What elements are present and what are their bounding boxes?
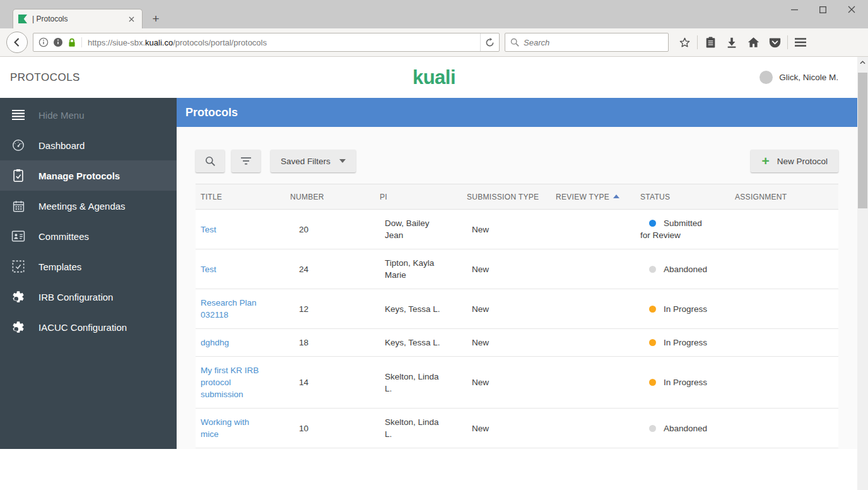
column-header-pi[interactable]: PI <box>375 184 462 210</box>
scrollbar-up-icon[interactable] <box>857 57 868 68</box>
cell-review-type <box>551 249 635 289</box>
column-header-number[interactable]: NUMBER <box>285 184 375 210</box>
cell-status: In Progress <box>635 289 730 329</box>
cell-assignment <box>730 409 838 448</box>
cell-number: 14 <box>285 357 375 409</box>
sidebar-item-templates[interactable]: Templates <box>0 251 177 282</box>
new-tab-button[interactable]: + <box>148 12 164 26</box>
reload-icon[interactable] <box>480 33 499 51</box>
navigation-toolbar: https://siue-sbx.kuali.co/protocols/port… <box>0 28 868 57</box>
scrollbar-thumb[interactable] <box>858 73 867 208</box>
template-check-icon <box>11 259 26 274</box>
table-search-button[interactable] <box>196 150 225 172</box>
hamburger-icon <box>11 107 26 122</box>
url-text[interactable]: https://siue-sbx.kuali.co/protocols/port… <box>82 38 480 47</box>
search-input[interactable] <box>524 38 663 47</box>
cell-title: Test <box>196 210 285 249</box>
cell-pi: Keys, Tessa L. <box>375 289 462 329</box>
maximize-button[interactable] <box>809 1 837 18</box>
secure-lock-icon[interactable] <box>67 38 76 47</box>
cell-submission-type: New <box>462 329 551 357</box>
new-protocol-button[interactable]: + New Protocol <box>751 150 838 172</box>
column-header-review-type[interactable]: REVIEW TYPE <box>551 184 635 210</box>
sidebar-item-manage-protocols[interactable]: Manage Protocols <box>0 160 177 191</box>
close-button[interactable] <box>837 1 865 18</box>
sidebar-item-hide-menu[interactable]: Hide Menu <box>0 100 177 130</box>
minimize-button[interactable] <box>780 1 809 18</box>
status-dot <box>649 379 656 386</box>
page-scrollbar[interactable] <box>857 57 868 490</box>
table-row: Test24Tipton, Kayla MarieNewAbandoned <box>196 249 838 289</box>
browser-search-box[interactable] <box>505 33 669 52</box>
bookmarks-clipboard-icon[interactable] <box>700 32 721 53</box>
cell-assignment <box>730 357 838 409</box>
cell-review-type <box>551 357 635 409</box>
table-row: dghdhg18Keys, Tessa L.NewIn Progress <box>196 329 838 357</box>
protocol-title-link[interactable]: Working with mice <box>201 416 261 440</box>
back-button[interactable] <box>6 32 28 53</box>
cell-review-type <box>551 289 635 329</box>
sort-asc-icon <box>613 194 619 198</box>
downloads-icon[interactable] <box>721 32 742 53</box>
protocol-title-link[interactable]: dghdhg <box>201 337 229 349</box>
sidebar-item-irb-configuration[interactable]: IRB Configuration <box>0 282 177 312</box>
filter-button[interactable] <box>232 150 261 172</box>
sidebar-item-committees[interactable]: Committees <box>0 221 177 251</box>
table-row: Research Plan 03211812Keys, Tessa L.NewI… <box>196 289 838 329</box>
cell-title: dghdhg <box>196 329 285 357</box>
browser-tab[interactable]: | Protocols <box>13 9 143 28</box>
column-header-submission-type[interactable]: SUBMISSION TYPE <box>462 184 551 210</box>
gear-icon <box>11 320 26 335</box>
kuali-favicon-icon <box>18 15 27 23</box>
column-header-status[interactable]: STATUS <box>635 184 730 210</box>
cell-pi: Keys, Tessa L. <box>375 329 462 357</box>
tab-close-icon[interactable] <box>126 15 137 23</box>
app-area: PROTOCOLS kuali Glick, Nicole M. Hide Me… <box>0 57 868 490</box>
page-info-icon[interactable] <box>38 37 49 47</box>
menu-hamburger-icon[interactable] <box>790 32 811 53</box>
cell-status: In Progress <box>635 357 730 409</box>
cell-assignment <box>730 289 838 329</box>
user-menu[interactable]: Glick, Nicole M. <box>760 71 838 84</box>
dashboard-icon <box>11 138 26 153</box>
bookmark-star-icon[interactable] <box>674 32 695 53</box>
home-icon[interactable] <box>742 32 764 53</box>
table-body: Test20Dow, Bailey JeanNewSubmitted for R… <box>196 210 838 450</box>
permissions-icon[interactable] <box>53 37 63 47</box>
sidebar-item-dashboard[interactable]: Dashboard <box>0 130 177 160</box>
main-content: Protocols Saved Filters <box>177 98 857 449</box>
pocket-icon[interactable] <box>764 32 785 53</box>
clipboard-check-icon <box>11 168 26 183</box>
cell-assignment <box>730 329 838 357</box>
table-header-row: TITLENUMBERPISUBMISSION TYPEREVIEW TYPES… <box>196 184 838 210</box>
cell-status: Abandoned <box>635 249 730 289</box>
cell-title: Like a boss <box>196 448 285 450</box>
cell-review-type <box>551 210 635 249</box>
user-name: Glick, Nicole M. <box>779 73 838 82</box>
cell-assignment <box>730 210 838 249</box>
protocol-title-link[interactable]: Research Plan 032118 <box>201 297 261 321</box>
column-header-assignment[interactable]: ASSIGNMENT <box>730 184 838 210</box>
cell-pi: Skelton, Linda L. <box>375 409 462 448</box>
cell-title: Working with mice <box>196 409 285 448</box>
cell-number: 24 <box>285 249 375 289</box>
contact-card-icon <box>11 229 26 244</box>
cell-submission-type: New <box>462 357 551 409</box>
protocol-title-link[interactable]: My first KR IRB protocol submission <box>201 364 261 400</box>
status-dot <box>649 220 656 227</box>
cell-status: Submitted for Review <box>635 210 730 249</box>
column-header-title[interactable]: TITLE <box>196 184 285 210</box>
sidebar: Hide Menu Dashboard Manage Protocols <box>0 98 177 449</box>
sidebar-item-iacuc-configuration[interactable]: IACUC Configuration <box>0 312 177 342</box>
sidebar-item-meetings-agendas[interactable]: Meetings & Agendas <box>0 191 177 221</box>
protocol-title-link[interactable]: Test <box>201 224 216 236</box>
app-name: PROTOCOLS <box>10 71 80 84</box>
calendar-icon <box>11 198 26 213</box>
search-icon <box>510 38 519 47</box>
saved-filters-dropdown[interactable]: Saved Filters <box>271 150 356 172</box>
cell-assignment <box>730 249 838 289</box>
protocol-title-link[interactable]: Test <box>201 263 216 275</box>
cell-number: 20 <box>285 210 375 249</box>
url-bar[interactable]: https://siue-sbx.kuali.co/protocols/port… <box>33 33 500 52</box>
cell-pi: Tipton, Kayla Marie <box>375 249 462 289</box>
